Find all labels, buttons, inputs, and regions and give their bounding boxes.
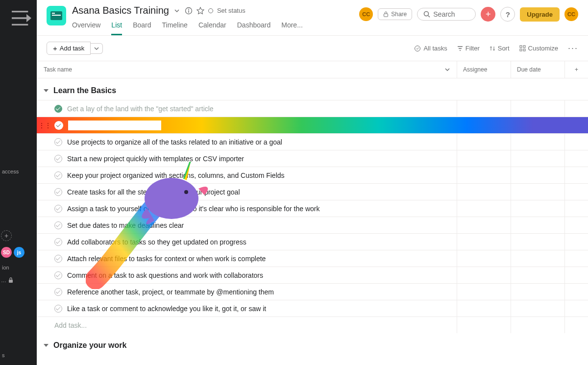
due-cell[interactable] xyxy=(511,284,564,300)
assignee-cell[interactable] xyxy=(457,200,511,217)
due-cell[interactable] xyxy=(511,150,564,167)
section-header[interactable]: Organize your work xyxy=(37,333,588,355)
task-row[interactable]: Assign a task to yourself or a teammate … xyxy=(37,200,588,217)
assignee-cell[interactable] xyxy=(457,167,511,183)
complete-check-icon[interactable] xyxy=(54,155,62,163)
section-header[interactable]: Learn the Basics xyxy=(37,78,588,100)
due-cell[interactable] xyxy=(511,134,564,150)
complete-check-icon[interactable] xyxy=(54,271,62,279)
due-cell[interactable] xyxy=(511,100,564,117)
task-row[interactable]: Reference another task, project, or team… xyxy=(37,283,588,300)
complete-check-icon[interactable] xyxy=(54,305,62,313)
task-row-celebration[interactable]: ⋮⋮ xyxy=(37,117,588,133)
due-cell[interactable] xyxy=(511,300,564,316)
all-tasks-filter[interactable]: All tasks xyxy=(414,45,447,52)
col-due-date[interactable]: Due date xyxy=(511,61,564,78)
chevron-down-icon[interactable] xyxy=(173,7,181,15)
assignee-cell[interactable] xyxy=(457,300,511,316)
set-status-button[interactable]: Set status xyxy=(217,7,245,14)
sidebar-label-access[interactable]: access xyxy=(0,165,37,178)
assignee-cell[interactable] xyxy=(457,100,511,117)
task-row[interactable]: Like a task or comment to acknowledge yo… xyxy=(37,300,588,316)
svg-point-10 xyxy=(415,46,420,51)
due-cell[interactable] xyxy=(511,184,564,200)
filter-button[interactable]: Filter xyxy=(457,45,480,52)
more-actions-button[interactable]: ··· xyxy=(568,43,578,53)
complete-check-icon[interactable] xyxy=(54,121,63,130)
search-input[interactable]: Search xyxy=(417,8,476,21)
menu-toggle-icon[interactable] xyxy=(12,11,31,23)
task-row[interactable]: Set due dates to make deadlines clear xyxy=(37,217,588,233)
avatar-js[interactable]: js xyxy=(14,247,24,258)
svg-rect-14 xyxy=(523,49,525,51)
assignee-cell[interactable] xyxy=(457,150,511,167)
sidebar-label-ion[interactable]: ion xyxy=(0,261,37,274)
assignee-cell[interactable] xyxy=(457,250,511,267)
due-cell[interactable] xyxy=(511,167,564,183)
project-member-avatar[interactable]: CC xyxy=(359,7,373,21)
complete-check-icon[interactable] xyxy=(54,171,62,179)
drag-handle-icon[interactable]: ⋮⋮ xyxy=(39,122,51,129)
sidebar-private-row[interactable]: … xyxy=(0,274,37,286)
assignee-cell[interactable] xyxy=(457,184,511,200)
task-row[interactable]: Start a new project quickly with templat… xyxy=(37,150,588,167)
task-row[interactable]: Get a lay of the land with the "get star… xyxy=(37,100,588,117)
tab-more[interactable]: More... xyxy=(281,21,303,35)
task-title-input[interactable] xyxy=(68,121,161,130)
tab-list[interactable]: List xyxy=(111,21,122,35)
info-icon[interactable] xyxy=(185,7,193,15)
share-button[interactable]: Share xyxy=(378,8,412,20)
complete-check-icon[interactable] xyxy=(54,288,62,296)
due-cell[interactable] xyxy=(511,217,564,233)
add-column-button[interactable]: + xyxy=(564,61,588,78)
chevron-down-icon[interactable] xyxy=(445,67,450,72)
task-row[interactable]: Attach relevant files to tasks for conte… xyxy=(37,250,588,267)
tab-overview[interactable]: Overview xyxy=(72,21,100,35)
due-cell[interactable] xyxy=(511,250,564,267)
tab-timeline[interactable]: Timeline xyxy=(162,21,188,35)
task-row[interactable]: Comment on a task to ask questions and w… xyxy=(37,267,588,283)
task-row[interactable]: Add collaborators to tasks so they get u… xyxy=(37,233,588,250)
add-task-row[interactable]: Add task... xyxy=(37,316,588,333)
project-title[interactable]: Asana Basics Training xyxy=(72,5,169,16)
complete-check-icon[interactable] xyxy=(54,105,62,113)
complete-check-icon[interactable] xyxy=(54,221,62,229)
user-avatar[interactable]: CC xyxy=(564,7,578,21)
complete-check-icon[interactable] xyxy=(54,205,62,213)
help-button[interactable]: ? xyxy=(500,7,515,22)
project-icon[interactable] xyxy=(47,6,66,25)
add-task-button[interactable]: +Add task xyxy=(47,42,91,55)
assignee-cell[interactable] xyxy=(457,234,511,250)
add-task-dropdown[interactable] xyxy=(91,43,103,54)
upgrade-button[interactable]: Upgrade xyxy=(520,7,560,22)
col-task-name[interactable]: Task name xyxy=(37,61,457,78)
assignee-cell[interactable] xyxy=(457,284,511,300)
due-cell[interactable] xyxy=(511,200,564,217)
assignee-cell[interactable] xyxy=(457,134,511,150)
filter-label: Filter xyxy=(466,45,480,52)
sort-button[interactable]: Sort xyxy=(490,45,510,52)
complete-check-icon[interactable] xyxy=(54,238,62,246)
star-icon[interactable] xyxy=(196,7,204,15)
add-team-member-icon[interactable]: + xyxy=(1,230,12,241)
assignee-cell[interactable] xyxy=(457,267,511,283)
tab-board[interactable]: Board xyxy=(133,21,151,35)
complete-check-icon[interactable] xyxy=(54,138,62,146)
assignee-cell[interactable] xyxy=(457,217,511,233)
svg-rect-12 xyxy=(523,46,525,48)
due-cell[interactable] xyxy=(511,117,564,133)
due-cell[interactable] xyxy=(511,267,564,283)
col-assignee[interactable]: Assignee xyxy=(457,61,511,78)
assignee-cell[interactable] xyxy=(457,117,511,133)
complete-check-icon[interactable] xyxy=(54,188,62,196)
customize-button[interactable]: Customize xyxy=(519,45,558,52)
omnibutton[interactable]: + xyxy=(481,7,495,22)
task-row[interactable]: Use projects to organize all of the task… xyxy=(37,133,588,150)
task-row[interactable]: Create tasks for all the steps to achiev… xyxy=(37,183,588,200)
avatar-sd[interactable]: SD xyxy=(1,247,12,258)
complete-check-icon[interactable] xyxy=(54,255,62,263)
due-cell[interactable] xyxy=(511,234,564,250)
tab-dashboard[interactable]: Dashboard xyxy=(237,21,271,35)
task-row[interactable]: Keep your project organized with section… xyxy=(37,167,588,183)
tab-calendar[interactable]: Calendar xyxy=(198,21,226,35)
